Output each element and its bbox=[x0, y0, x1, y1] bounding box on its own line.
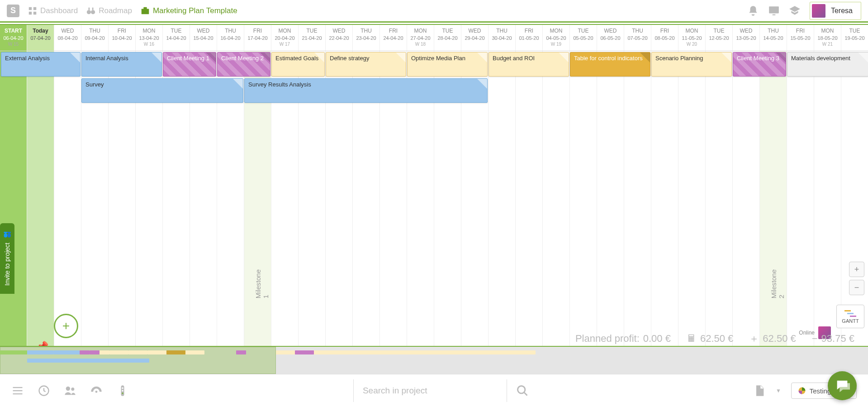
user-menu[interactable]: Teresa bbox=[810, 2, 861, 20]
graduation-cap-icon[interactable] bbox=[789, 5, 801, 17]
minus-icon: − bbox=[812, 333, 818, 345]
svg-rect-11 bbox=[773, 14, 776, 15]
timeline-area: START06-04-20W 15Today07-04-20WED08-04-2… bbox=[0, 24, 868, 347]
search-icon[interactable] bbox=[516, 384, 529, 397]
top-navbar: S Dashboard Roadmap Marketing Plan Templ… bbox=[0, 0, 868, 23]
people-icon[interactable] bbox=[64, 384, 76, 397]
date-column-head[interactable]: Today07-04-20 bbox=[27, 25, 54, 51]
overview-segment bbox=[27, 350, 53, 354]
task-bar[interactable]: Client Meeting 1 bbox=[163, 52, 216, 77]
date-column-head[interactable]: THU14-05-20 bbox=[760, 25, 787, 51]
chevron-down-icon[interactable]: ▼ bbox=[776, 388, 781, 394]
document-icon[interactable] bbox=[753, 384, 766, 397]
date-column-head[interactable]: MON11-05-20W 20 bbox=[678, 25, 706, 51]
nav-project[interactable]: Marketing Plan Template bbox=[140, 6, 237, 16]
date-column-head[interactable]: TUE05-05-20 bbox=[570, 25, 597, 51]
task-bar[interactable]: Estimated Goals bbox=[271, 52, 325, 77]
date-column-head[interactable]: WED06-05-20 bbox=[597, 25, 624, 51]
monitor-icon[interactable] bbox=[768, 5, 780, 17]
svg-rect-0 bbox=[29, 7, 32, 10]
invite-to-project-button[interactable]: Invite to project 👥 bbox=[0, 223, 14, 294]
overview-segment bbox=[100, 350, 109, 354]
task-bar[interactable]: Materials development bbox=[787, 52, 868, 77]
nav-dashboard[interactable]: Dashboard bbox=[28, 6, 78, 16]
task-bar[interactable]: Table for control indicators bbox=[570, 52, 650, 77]
date-column-head[interactable]: TUE19-05-20 bbox=[841, 25, 868, 51]
date-column-head[interactable]: WED15-04-20 bbox=[190, 25, 217, 51]
svg-rect-6 bbox=[89, 7, 90, 10]
bell-icon[interactable] bbox=[747, 5, 759, 17]
task-bar[interactable]: Budget and ROI bbox=[489, 52, 569, 77]
date-column-body bbox=[516, 51, 543, 347]
date-column-body bbox=[624, 51, 651, 347]
zoom-in-button[interactable]: + bbox=[849, 262, 864, 277]
date-column-head[interactable]: FRI17-04-20 bbox=[244, 25, 271, 51]
task-bar[interactable]: External Analysis bbox=[1, 52, 81, 77]
date-column-body bbox=[0, 51, 27, 347]
date-column-head[interactable]: WED29-04-20 bbox=[461, 25, 489, 51]
date-column-body bbox=[678, 51, 706, 347]
date-column-head[interactable]: THU07-05-20 bbox=[624, 25, 651, 51]
date-column-head[interactable]: THU16-04-20 bbox=[217, 25, 244, 51]
task-bar[interactable]: Define strategy bbox=[326, 52, 406, 77]
clock-icon[interactable] bbox=[38, 384, 50, 397]
date-column-head[interactable]: FRI10-04-20 bbox=[109, 25, 136, 51]
overview-segment bbox=[166, 350, 185, 354]
app-logo-icon[interactable]: S bbox=[7, 5, 19, 17]
date-column-head[interactable]: FRI01-05-20 bbox=[516, 25, 543, 51]
date-column-head[interactable]: MON04-05-20W 19 bbox=[543, 25, 570, 51]
zoom-out-button[interactable]: − bbox=[849, 280, 864, 295]
date-column-head[interactable]: WED22-04-20 bbox=[326, 25, 353, 51]
date-column-head[interactable]: MON20-04-20W 17 bbox=[271, 25, 299, 51]
overview-segment bbox=[314, 350, 536, 354]
date-column-head[interactable]: TUE28-04-20 bbox=[434, 25, 461, 51]
task-bar[interactable]: Survey Results Analysis bbox=[244, 78, 488, 103]
date-column-head[interactable]: MON18-05-20W 21 bbox=[814, 25, 841, 51]
svg-point-20 bbox=[71, 388, 74, 391]
nav-project-label: Marketing Plan Template bbox=[153, 6, 237, 15]
date-column-head[interactable]: THU09-04-20 bbox=[81, 25, 109, 51]
user-plus-icon: 👥 bbox=[4, 231, 11, 239]
task-bar[interactable]: Scenario Planning bbox=[651, 52, 732, 77]
date-column-head[interactable]: TUE21-04-20 bbox=[299, 25, 326, 51]
task-bar[interactable]: Client Meeting 2 bbox=[217, 52, 270, 77]
task-bar[interactable]: Survey bbox=[81, 78, 243, 103]
date-column-head[interactable]: THU23-04-20 bbox=[353, 25, 380, 51]
date-column-head[interactable]: MON13-04-20W 16 bbox=[136, 25, 163, 51]
timeline-overview[interactable] bbox=[0, 347, 868, 374]
milestone-label: Milestone 2 bbox=[770, 269, 785, 298]
date-column-body bbox=[706, 51, 733, 347]
svg-point-21 bbox=[95, 391, 98, 393]
svg-rect-3 bbox=[33, 11, 36, 14]
nav-roadmap[interactable]: Roadmap bbox=[86, 6, 132, 16]
date-column-head[interactable]: MON27-04-20W 18 bbox=[407, 25, 434, 51]
task-bar[interactable]: Client Meeting 3 bbox=[733, 52, 786, 77]
chat-button[interactable] bbox=[828, 371, 857, 400]
svg-point-25 bbox=[122, 393, 123, 394]
overview-segment bbox=[27, 359, 149, 363]
gauge-icon[interactable] bbox=[90, 384, 103, 397]
search-input[interactable] bbox=[353, 379, 507, 402]
task-bar[interactable]: Optimize Media Plan bbox=[407, 52, 488, 77]
gantt-view-button[interactable]: GANTT bbox=[836, 305, 864, 328]
date-column-head[interactable]: START06-04-20W 15 bbox=[0, 25, 27, 51]
svg-rect-2 bbox=[29, 11, 32, 14]
profit-summary-bar: Planned profit: 0.00 € 🖩 62.50 € ＋ 62.50… bbox=[0, 331, 868, 347]
overview-segment bbox=[109, 350, 128, 354]
list-icon[interactable] bbox=[11, 384, 24, 397]
date-column-head[interactable]: TUE14-04-20 bbox=[163, 25, 190, 51]
svg-rect-15 bbox=[13, 387, 23, 388]
date-column-head[interactable]: TUE12-05-20 bbox=[706, 25, 733, 51]
date-column-head[interactable]: FRI24-04-20 bbox=[380, 25, 407, 51]
date-column-head[interactable]: FRI15-05-20 bbox=[787, 25, 814, 51]
zoom-controls: + − bbox=[849, 262, 864, 295]
pie-chart-icon bbox=[798, 387, 806, 395]
date-column-head[interactable]: FRI08-05-20 bbox=[651, 25, 678, 51]
date-column-head[interactable]: THU30-04-20 bbox=[489, 25, 516, 51]
traffic-light-icon[interactable] bbox=[116, 384, 129, 397]
task-bar[interactable]: Internal Analysis bbox=[81, 52, 162, 77]
date-column-head[interactable]: WED08-04-20 bbox=[54, 25, 81, 51]
date-column-head[interactable]: WED13-05-20 bbox=[733, 25, 760, 51]
plus-profit-value: 62.50 € bbox=[763, 333, 796, 345]
date-column-body bbox=[54, 51, 81, 347]
